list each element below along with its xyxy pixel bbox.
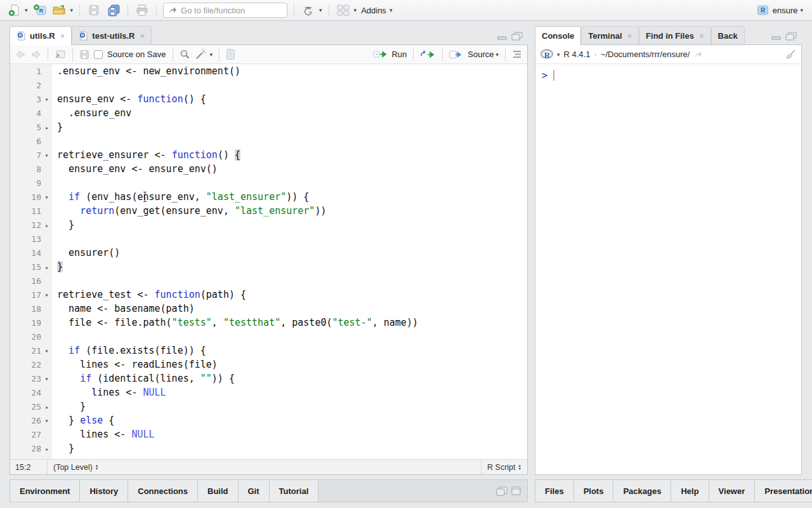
code-line-26[interactable]: 26▾ } else { [10, 413, 527, 427]
project-caret[interactable]: ▾ [800, 7, 803, 13]
forward-icon[interactable] [30, 50, 41, 59]
fold-up-icon[interactable]: ▴ [41, 124, 52, 131]
back-icon[interactable] [15, 50, 26, 59]
new-file-icon[interactable] [6, 3, 22, 18]
code-line-16[interactable]: 16 [10, 274, 527, 288]
version-control-caret[interactable]: ▾ [319, 7, 322, 13]
close-icon[interactable]: × [60, 31, 65, 41]
code-line-22[interactable]: 22 lines <- readLines(file) [10, 358, 527, 371]
source-tab-test-utils-r[interactable]: Rtest-utils.R× [72, 26, 152, 44]
save-all-icon[interactable] [106, 3, 121, 18]
goto-directory-icon[interactable] [693, 51, 703, 58]
magic-wand-icon[interactable] [195, 49, 207, 60]
tab-environment[interactable]: Environment [10, 480, 80, 502]
save-icon[interactable] [86, 3, 102, 18]
code-line-18[interactable]: 18 name <- basename(path) [10, 302, 527, 316]
fold-down-icon[interactable]: ▾ [41, 417, 52, 424]
open-file-icon[interactable] [52, 3, 67, 18]
source-tab-utils-r[interactable]: Rutils.R× [10, 26, 72, 45]
open-file-caret[interactable]: ▾ [70, 7, 74, 13]
new-project-icon[interactable]: R [32, 3, 48, 18]
addins-menu[interactable]: Addins [361, 6, 386, 15]
go-to-file-input[interactable] [181, 6, 276, 15]
code-line-20[interactable]: 20 [10, 330, 527, 344]
run-button[interactable]: Run [373, 50, 407, 59]
close-icon[interactable]: × [140, 31, 145, 41]
new-file-caret[interactable]: ▾ [25, 7, 28, 13]
fold-up-icon[interactable]: ▴ [41, 264, 52, 271]
tab-find-in-files[interactable]: Find in Files× [639, 26, 710, 44]
code-line-11[interactable]: 11 return(env_get(ensure_env, "last_ensu… [10, 204, 527, 218]
close-icon[interactable]: × [699, 31, 704, 41]
code-line-8[interactable]: 8 ensure_env <- ensure_env() [10, 162, 527, 176]
fold-down-icon[interactable]: ▾ [41, 291, 52, 298]
code-line-21[interactable]: 21▾ if (file.exists(file)) { [10, 344, 527, 358]
project-selector[interactable]: R ensure ▾ [757, 4, 806, 16]
code-line-12[interactable]: 12▴ } [10, 218, 527, 232]
code-line-13[interactable]: 13 [10, 232, 527, 246]
fold-up-icon[interactable]: ▴ [41, 403, 52, 410]
fold-up-icon[interactable]: ▴ [41, 222, 52, 229]
source-on-save-checkbox[interactable] [94, 50, 103, 59]
code-line-28[interactable]: 28▴ } [10, 441, 527, 455]
code-line-23[interactable]: 23▾ if (identical(lines, "")) { [10, 371, 527, 385]
close-icon[interactable]: × [627, 31, 632, 41]
source-button[interactable]: Source ▾ [449, 50, 499, 59]
code-line-29[interactable]: 29 [10, 455, 527, 459]
go-to-file-box[interactable] [163, 3, 287, 18]
compile-notebook-icon[interactable] [226, 49, 235, 60]
tab-history[interactable]: History [80, 480, 128, 502]
restore-icon[interactable] [496, 486, 508, 496]
code-line-27[interactable]: 27 lines <- NULL [10, 427, 527, 441]
tab-back[interactable]: Back [711, 26, 745, 44]
code-line-6[interactable]: 6 [10, 134, 527, 148]
fold-down-icon[interactable]: ▾ [41, 96, 52, 103]
tab-terminal[interactable]: Terminal× [581, 26, 639, 44]
code-line-9[interactable]: 9 [10, 176, 527, 190]
code-line-5[interactable]: 5▴} [10, 120, 527, 134]
panes-layout-icon[interactable] [336, 3, 351, 18]
code-line-24[interactable]: 24 lines <- NULL [10, 385, 527, 399]
tab-connections[interactable]: Connections [128, 480, 198, 502]
tab-plots[interactable]: Plots [574, 480, 614, 502]
r-version-caret[interactable]: ▾ [557, 51, 560, 58]
code-line-19[interactable]: 19 file <- file.path("tests", "testthat"… [10, 316, 527, 330]
panes-layout-caret[interactable]: ▾ [354, 7, 357, 13]
scope-selector[interactable]: (Top Level) ▲▼ [48, 463, 104, 472]
magic-wand-caret[interactable]: ▾ [210, 51, 213, 58]
addins-caret[interactable]: ▾ [390, 7, 393, 13]
code-line-3[interactable]: 3▾ensure_env <- function() { [10, 92, 527, 106]
minimize-icon[interactable] [497, 32, 508, 40]
clear-console-icon[interactable] [785, 50, 796, 60]
tab-packages[interactable]: Packages [613, 480, 671, 502]
code-editor[interactable]: 1.ensure_env <- new_environment()23▾ensu… [10, 64, 527, 459]
tab-build[interactable]: Build [198, 480, 239, 502]
code-line-15[interactable]: 15▴} [10, 260, 527, 274]
source-button-caret[interactable]: ▾ [495, 51, 499, 58]
working-directory[interactable]: ~/Documents/rrr/ensure/ [601, 50, 690, 59]
fold-up-icon[interactable]: ▴ [41, 445, 52, 452]
rerun-icon[interactable] [420, 50, 436, 59]
version-control-icon[interactable] [301, 3, 316, 18]
tab-viewer[interactable]: Viewer [709, 480, 756, 502]
tab-console[interactable]: Console [535, 26, 581, 45]
code-line-14[interactable]: 14 ensurer() [10, 246, 527, 260]
save-icon[interactable] [79, 50, 89, 60]
maximize-icon[interactable] [511, 32, 523, 41]
code-line-4[interactable]: 4 .ensure_env [10, 106, 527, 120]
fold-down-icon[interactable]: ▾ [41, 347, 52, 354]
code-line-2[interactable]: 2 [10, 78, 527, 92]
tab-git[interactable]: Git [239, 480, 270, 502]
console-output[interactable]: > [535, 64, 801, 474]
maximize-icon[interactable] [511, 486, 521, 495]
code-line-7[interactable]: 7▾retrieve_ensurer <- function() { [10, 148, 527, 162]
tab-tutorial[interactable]: Tutorial [270, 480, 319, 502]
fold-down-icon[interactable]: ▾ [41, 375, 52, 382]
code-line-10[interactable]: 10▾ if (env_has(ensure_env, "last_ensure… [10, 190, 527, 204]
fold-down-icon[interactable]: ▾ [41, 194, 52, 201]
outline-icon[interactable] [512, 50, 522, 58]
maximize-icon[interactable] [785, 32, 797, 41]
code-line-25[interactable]: 25▴ } [10, 399, 527, 413]
code-line-1[interactable]: 1.ensure_env <- new_environment() [10, 64, 527, 78]
code-line-17[interactable]: 17▾retrieve_test <- function(path) { [10, 288, 527, 302]
